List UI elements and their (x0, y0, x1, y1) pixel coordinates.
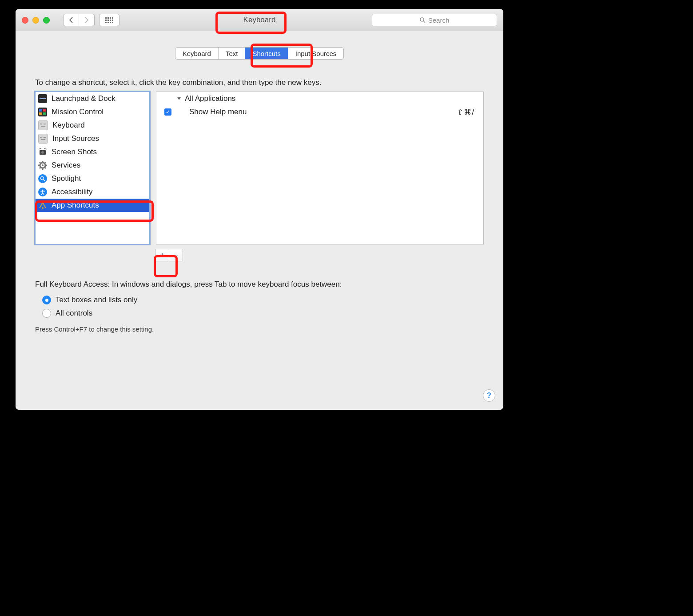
svg-line-31 (40, 167, 41, 168)
radio-text-boxes[interactable]: Text boxes and lists only (42, 293, 503, 307)
sidebar-item-keyboard[interactable]: Keyboard (36, 119, 149, 132)
svg-rect-3 (39, 109, 42, 112)
svg-point-24 (42, 164, 44, 166)
traffic-lights (22, 17, 50, 24)
svg-rect-7 (40, 124, 41, 124)
svg-rect-11 (45, 124, 46, 124)
window-title: Keyboard (243, 16, 276, 24)
svg-line-1 (423, 21, 425, 23)
sidebar-item-label: App Shortcuts (52, 201, 99, 210)
svg-rect-2 (40, 98, 46, 99)
svg-rect-14 (41, 137, 42, 138)
sidebar-item-mission-control[interactable]: Mission Control (36, 105, 149, 119)
search-icon (420, 17, 426, 23)
remove-button[interactable]: − (169, 249, 183, 261)
minimize-icon[interactable] (32, 17, 39, 24)
sidebar-item-label: Accessibility (52, 188, 93, 196)
checkbox[interactable]: ✓ (164, 108, 171, 116)
shortcut-label: Show Help menu (189, 108, 457, 116)
svg-rect-21 (39, 148, 41, 149)
help-button[interactable]: ? (483, 389, 495, 402)
nav-back-forward (63, 14, 95, 26)
tab-shortcuts[interactable]: Shortcuts (245, 48, 287, 59)
svg-rect-15 (43, 137, 44, 138)
svg-rect-16 (44, 137, 45, 138)
fka-heading: Full Keyboard Access: In windows and dia… (35, 280, 484, 289)
svg-line-34 (44, 180, 45, 181)
sidebar-item-label: Mission Control (52, 108, 104, 116)
tab-text[interactable]: Text (218, 48, 245, 59)
gear-icon (38, 161, 47, 170)
launchpad-icon (38, 94, 47, 103)
close-icon[interactable] (22, 17, 28, 24)
sidebar-item-app-shortcuts[interactable]: App Shortcuts (36, 199, 149, 212)
shortcut-row[interactable]: ✓ Show Help menu ⇧⌘/ (156, 105, 483, 119)
app-icon (38, 201, 47, 210)
sidebar-item-input-sources[interactable]: Input Sources (36, 132, 149, 145)
sidebar-item-label: Services (52, 161, 80, 170)
add-remove-group: + − (155, 249, 503, 261)
radio-label: Text boxes and lists only (56, 296, 137, 304)
tab-input-sources[interactable]: Input Sources (288, 48, 344, 59)
svg-rect-22 (44, 148, 47, 149)
shortcut-keys[interactable]: ⇧⌘/ (457, 108, 474, 117)
svg-line-29 (40, 162, 41, 164)
svg-point-20 (41, 151, 44, 154)
sidebar-item-label: Launchpad & Dock (52, 94, 116, 103)
sidebar-item-label: Screen Shots (52, 148, 97, 156)
shortcut-list[interactable]: All Applications ✓ Show Help menu ⇧⌘/ (156, 92, 484, 244)
instruction-text: To change a shortcut, select it, click t… (35, 78, 484, 87)
svg-point-35 (42, 190, 44, 191)
group-row[interactable]: All Applications (156, 92, 483, 105)
keyboard-icon (38, 120, 48, 130)
titlebar: Keyboard Search (16, 9, 503, 32)
chevron-right-icon (84, 17, 89, 23)
svg-rect-4 (43, 109, 46, 112)
mission-control-icon (38, 108, 47, 116)
fka-options: Text boxes and lists only All controls (42, 293, 503, 320)
pane-body: Keyboard Text Shortcuts Input Sources To… (16, 31, 503, 410)
search-placeholder: Search (428, 16, 450, 24)
svg-line-30 (44, 167, 46, 168)
radio-label: All controls (56, 309, 92, 318)
svg-rect-10 (44, 124, 45, 124)
search-input[interactable]: Search (372, 14, 497, 26)
zoom-icon[interactable] (43, 17, 50, 24)
sidebar-item-launchpad[interactable]: Launchpad & Dock (36, 92, 149, 105)
svg-rect-9 (43, 124, 44, 124)
svg-rect-5 (39, 112, 42, 115)
tab-bar: Keyboard Text Shortcuts Input Sources (175, 47, 344, 60)
radio-dot-icon (42, 309, 51, 318)
sidebar-item-spotlight[interactable]: Spotlight (36, 172, 149, 185)
grid-icon (105, 17, 113, 23)
back-button[interactable] (64, 14, 79, 26)
svg-point-33 (41, 177, 44, 180)
radio-dot-icon (42, 296, 51, 304)
sidebar-item-screen-shots[interactable]: Screen Shots (36, 145, 149, 159)
show-all-button[interactable] (99, 14, 119, 26)
category-list[interactable]: Launchpad & Dock Mission Control Keyboar… (35, 92, 150, 244)
sidebar-item-accessibility[interactable]: Accessibility (36, 185, 149, 199)
preferences-window: Keyboard Search Keyboard Text Shortcuts … (16, 9, 503, 410)
sidebar-item-services[interactable]: Services (36, 159, 149, 172)
disclosure-triangle-icon[interactable] (177, 96, 181, 101)
tab-keyboard[interactable]: Keyboard (175, 48, 218, 59)
forward-button[interactable] (79, 14, 94, 26)
add-button[interactable]: + (155, 249, 169, 261)
radio-all-controls[interactable]: All controls (42, 307, 503, 320)
chevron-left-icon (69, 17, 73, 23)
sidebar-item-label: Input Sources (52, 134, 99, 143)
sidebar-item-label: Spotlight (52, 174, 81, 183)
accessibility-icon (38, 188, 47, 196)
svg-rect-13 (40, 137, 41, 138)
svg-point-0 (420, 18, 424, 21)
screenshot-icon (38, 148, 47, 156)
svg-line-32 (44, 162, 46, 164)
svg-rect-17 (45, 137, 46, 138)
svg-rect-6 (43, 112, 46, 115)
svg-rect-18 (41, 139, 45, 140)
sidebar-item-label: Keyboard (52, 121, 85, 130)
spotlight-icon (38, 174, 47, 183)
svg-rect-12 (41, 126, 45, 127)
keyboard-icon (38, 134, 48, 144)
